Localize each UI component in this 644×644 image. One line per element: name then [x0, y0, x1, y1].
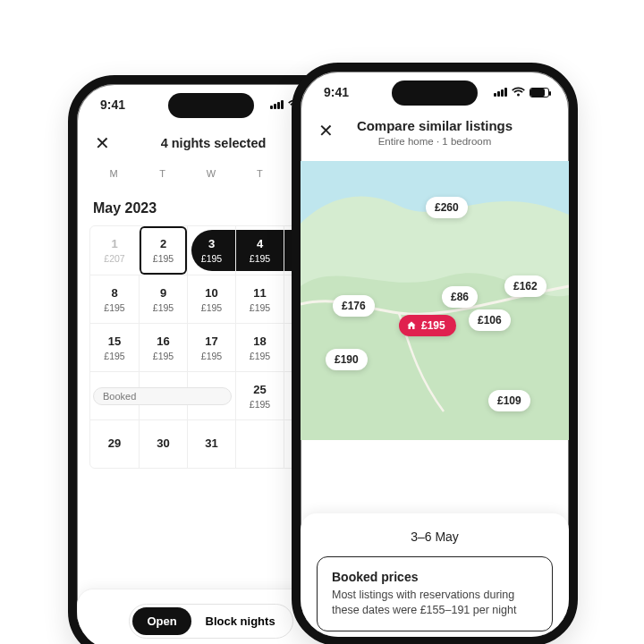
day-number: 16: [157, 335, 169, 348]
day-price: £195: [201, 253, 222, 264]
calendar-day[interactable]: 4£195: [235, 226, 284, 275]
day-number: 31: [205, 436, 217, 450]
close-icon[interactable]: ✕: [315, 118, 337, 143]
day-price: £195: [201, 302, 222, 313]
day-number: 17: [205, 335, 217, 348]
calendar-day[interactable]: 18£195: [235, 324, 284, 371]
weekday-label: T: [138, 168, 186, 179]
calendar-day[interactable]: 2£195: [139, 226, 187, 275]
home-icon: [406, 320, 417, 331]
map-pin[interactable]: £109: [488, 390, 530, 411]
booked-pill[interactable]: Booked: [93, 387, 232, 405]
day-price: £195: [250, 351, 270, 361]
segmented-control: Open Block nights: [129, 604, 292, 639]
day-number: 30: [157, 436, 169, 450]
status-bar: 9:41: [301, 72, 569, 113]
weekday-label: W: [187, 168, 235, 179]
calendar-day[interactable]: 29: [90, 420, 139, 468]
calendar-day[interactable]: 16£195: [139, 324, 187, 371]
day-number: 10: [205, 286, 217, 300]
map-pin[interactable]: £162: [504, 275, 547, 297]
close-icon[interactable]: ✕: [91, 131, 114, 156]
compare-title: Compare similar listings: [315, 118, 555, 133]
card-title: Booked prices: [332, 570, 538, 584]
status-time: 9:41: [100, 97, 125, 112]
signal-icon: [269, 100, 284, 109]
day-price: £207: [104, 253, 124, 264]
map-pin-main[interactable]: £195: [399, 315, 456, 336]
insights-sheet: 3–6 May Booked prices Most listings with…: [301, 513, 569, 644]
day-number: 18: [253, 335, 266, 348]
calendar-day[interactable]: 9£195: [139, 275, 187, 323]
calendar-day[interactable]: 30: [139, 420, 187, 468]
segment-open[interactable]: Open: [132, 607, 191, 635]
day-price: £195: [153, 351, 174, 361]
weekday-label: M: [89, 168, 138, 179]
day-price: £195: [153, 253, 174, 264]
day-number: 2: [160, 237, 166, 250]
calendar-day[interactable]: 15£195: [90, 324, 139, 371]
day-price: £195: [201, 351, 222, 361]
day-price: £195: [104, 302, 124, 313]
battery-icon: [530, 88, 549, 97]
map-pin[interactable]: £106: [469, 309, 511, 331]
calendar-day[interactable]: 17£195: [187, 324, 235, 371]
segment-block-nights[interactable]: Block nights: [191, 607, 290, 635]
day-price: £195: [104, 351, 124, 361]
date-range: 3–6 May: [317, 530, 553, 544]
wifi-icon: [512, 87, 525, 97]
day-number: 3: [208, 237, 215, 250]
map[interactable]: £260£176£86£162£106£190£109 £195: [301, 161, 569, 440]
calendar-day[interactable]: 10£195: [187, 275, 235, 323]
day-price: £195: [153, 302, 174, 313]
day-price: £195: [250, 302, 270, 313]
calendar-day[interactable]: 8£195: [90, 275, 139, 323]
day-price: £195: [250, 399, 270, 410]
day-number: 25: [253, 383, 266, 396]
status-time: 9:41: [324, 85, 349, 99]
booked-prices-card[interactable]: Booked prices Most listings with reserva…: [317, 556, 553, 631]
map-pin[interactable]: £176: [333, 295, 375, 317]
day-number: 1: [111, 237, 117, 250]
day-number: 9: [160, 286, 166, 300]
status-indicators: [493, 87, 549, 97]
weekday-label: T: [235, 168, 284, 179]
card-body: Most listings with reservations during t…: [332, 588, 538, 618]
compare-phone: 9:41 ✕ Compare similar listings Entire h…: [292, 63, 578, 644]
signal-icon: [493, 88, 507, 97]
map-pin[interactable]: £86: [442, 286, 478, 308]
day-number: 29: [108, 436, 121, 450]
day-number: 15: [108, 335, 121, 348]
day-price: £195: [250, 253, 270, 264]
calendar-day[interactable]: 3£195: [187, 226, 235, 275]
calendar-day[interactable]: 25£195: [235, 372, 284, 419]
compare-subtitle: Entire home · 1 bedroom: [315, 136, 555, 147]
calendar-day[interactable]: [235, 420, 284, 468]
compare-header: ✕ Compare similar listings Entire home ·…: [301, 113, 569, 150]
calendar-day[interactable]: 31: [187, 420, 235, 468]
calendar-day[interactable]: 11£195: [235, 275, 284, 323]
header-title: 4 nights selected: [114, 136, 313, 150]
day-number: 8: [111, 286, 117, 300]
map-pin[interactable]: £260: [426, 197, 468, 218]
map-pin[interactable]: £190: [326, 349, 368, 370]
day-number: 4: [257, 237, 263, 250]
calendar-day[interactable]: 1£207: [90, 226, 139, 275]
day-number: 11: [253, 286, 266, 300]
